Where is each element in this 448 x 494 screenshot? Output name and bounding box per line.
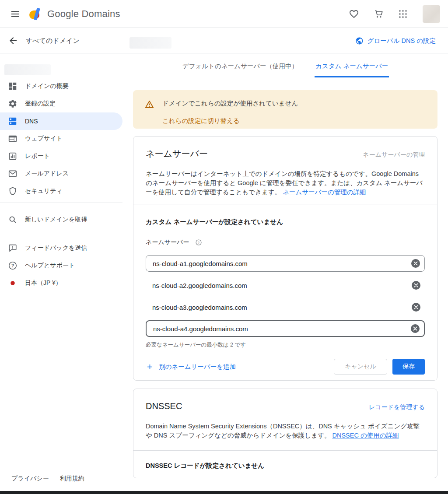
nameserver-card-header: ネームサーバー ネームサーバーの管理 [146, 148, 425, 159]
save-button[interactable]: 保存 [392, 359, 425, 375]
cancel-button[interactable]: キャンセル [334, 359, 387, 375]
nameserver-field-label-row: ネームサーバー ? [146, 238, 425, 247]
gear-icon [8, 99, 18, 109]
svg-text:?: ? [198, 241, 200, 245]
sidebar-item-security[interactable]: セキュリティ [0, 182, 122, 200]
avatar[interactable] [423, 5, 440, 23]
nameserver-input-row [146, 299, 425, 315]
sidebar-item-locale-japan[interactable]: 日本（JP ¥） [0, 274, 122, 292]
sidebar-item-domain-overview[interactable]: ドメインの概要 [0, 77, 122, 95]
nameserver-field-label: ネームサーバー [146, 238, 189, 246]
warning-banner-body: ドメインでこれらの設定が使用されていません これらの設定に切り替える [162, 99, 298, 119]
domain-overview-icon [8, 81, 18, 91]
sidebar-item-get-new-domain[interactable]: 新しいドメインを取得 [0, 211, 122, 228]
cart-icon[interactable] [373, 8, 384, 20]
button-group: キャンセル 保存 [334, 359, 425, 375]
tab-custom-nameservers[interactable]: カスタム ネームサーバー [315, 53, 389, 77]
sidebar: ドメインの概要 登録の設定 DNS ウェブサイト レポート メールアドレス セキ… [0, 53, 122, 473]
nameserver-input-row [146, 320, 425, 337]
tab-default-nameservers[interactable]: デフォルトのネームサーバー（使用中） [182, 53, 299, 77]
nameserver-card-title: ネームサーバー [146, 148, 208, 159]
dnssec-card-title: DNSSEC [146, 400, 182, 412]
nameserver-description: ネームサーバーはインターネット上でのドメインの場所を特定するものです。Googl… [146, 169, 425, 197]
clear-input-icon[interactable] [411, 259, 420, 268]
clear-input-icon[interactable] [410, 324, 420, 333]
dnssec-empty-state: DNSSEC レコードが設定されていません [146, 461, 425, 470]
nameserver-input-3[interactable] [146, 299, 425, 315]
website-icon [8, 134, 18, 144]
help-circle-icon[interactable]: ? [195, 239, 202, 246]
manage-records-link[interactable]: レコードを管理する [369, 403, 425, 411]
globe-icon [355, 37, 364, 45]
footer-links: プライバシー 利用規約 [11, 475, 84, 483]
report-icon [8, 151, 18, 161]
mail-icon [8, 169, 18, 179]
sidebar-item-reports[interactable]: レポート [0, 147, 122, 165]
brand-name: Google Domains [47, 8, 120, 20]
help-icon: ? [8, 261, 18, 270]
apps-grid-icon[interactable] [397, 8, 409, 20]
dns-icon [8, 116, 18, 126]
nameserver-input-2[interactable] [146, 277, 425, 294]
warning-triangle-icon [144, 99, 154, 119]
main-content: デフォルトのネームサーバー（使用中） カスタム ネームサーバー ドメインでこれら… [133, 53, 438, 494]
app-bar-actions [348, 5, 448, 23]
card-divider [133, 450, 437, 451]
japan-flag-dot [8, 278, 18, 288]
min-nameservers-helper: 必要なネームサーバーの最小数は 2 です [146, 341, 425, 349]
card-divider [133, 204, 437, 204]
field-divider [146, 251, 425, 251]
warning-message: ドメインでこれらの設定が使用されていません [162, 99, 298, 108]
sidebar-item-dns[interactable]: DNS [0, 112, 122, 130]
sidebar-divider [0, 233, 122, 233]
dnssec-description: Domain Name System Security Extensions（D… [146, 422, 425, 440]
nameserver-card-actions: 別のネームサーバーを追加 キャンセル 保存 [146, 359, 425, 375]
app-bar: Google Domains [0, 0, 448, 28]
plus-icon [146, 363, 154, 371]
add-nameserver-label: 別のネームサーバーを追加 [159, 363, 236, 371]
privacy-link[interactable]: プライバシー [11, 475, 49, 483]
nameserver-input-4[interactable] [147, 321, 424, 336]
sidebar-item-registration-settings[interactable]: 登録の設定 [0, 95, 122, 112]
nameserver-input-1[interactable] [146, 256, 424, 271]
back-arrow-icon[interactable] [7, 35, 19, 46]
dnssec-card-header: DNSSEC レコードを管理する [146, 400, 425, 412]
shield-icon [8, 186, 18, 196]
global-dns-settings-link[interactable]: グローバル DNS の設定 [355, 37, 436, 45]
manage-nameservers-label: ネームサーバーの管理 [363, 151, 425, 159]
bottom-bar [0, 491, 448, 494]
dnssec-card: DNSSEC レコードを管理する Domain Name System Secu… [133, 389, 438, 478]
nameserver-card: ネームサーバー ネームサーバーの管理 ネームサーバーはインターネット上でのドメイ… [133, 136, 438, 381]
warning-banner: ドメインでこれらの設定が使用されていません これらの設定に切り替える [133, 90, 438, 129]
domain-sub-header: すべてのドメイン グローバル DNS の設定 [0, 28, 448, 53]
feedback-icon [8, 243, 18, 253]
clear-input-icon[interactable] [411, 302, 421, 312]
menu-icon[interactable] [10, 9, 21, 19]
clear-input-icon[interactable] [411, 280, 421, 290]
google-domains-logo-icon [29, 7, 43, 21]
nameserver-input-row [146, 255, 425, 272]
sidebar-divider [0, 203, 122, 203]
sidebar-item-help-support[interactable]: ? ヘルプとサポート [0, 257, 122, 274]
switch-settings-link[interactable]: これらの設定に切り替える [162, 117, 240, 125]
sidebar-item-website[interactable]: ウェブサイト [0, 130, 122, 147]
google-domains-logo[interactable]: Google Domains [29, 7, 120, 21]
nameserver-input-row [146, 277, 425, 294]
all-domains-label[interactable]: すべてのドメイン [26, 37, 80, 45]
add-nameserver-link[interactable]: 別のネームサーバーを追加 [146, 363, 236, 371]
sidebar-item-send-feedback[interactable]: フィードバックを送信 [0, 239, 122, 257]
sidebar-item-email[interactable]: メールアドレス [0, 165, 122, 182]
heart-icon[interactable] [348, 8, 360, 20]
dnssec-learn-more-link[interactable]: DNSSEC の使用の詳細 [332, 432, 399, 439]
global-dns-settings-label: グローバル DNS の設定 [368, 37, 436, 45]
redacted-domain-name [130, 37, 172, 49]
google-domains-page: Google Domains すべてのドメイン グローバル DNS の [0, 0, 448, 494]
svg-text:?: ? [11, 263, 14, 268]
nameserver-learn-more-link[interactable]: ネームサーバーの管理の詳細 [283, 189, 366, 196]
search-icon [8, 215, 18, 224]
terms-link[interactable]: 利用規約 [60, 475, 84, 483]
custom-nameservers-empty-state: カスタム ネームサーバーが設定されていません [146, 217, 425, 226]
nameserver-tabs: デフォルトのネームサーバー（使用中） カスタム ネームサーバー [133, 53, 438, 77]
redacted-domain-name [4, 64, 51, 75]
